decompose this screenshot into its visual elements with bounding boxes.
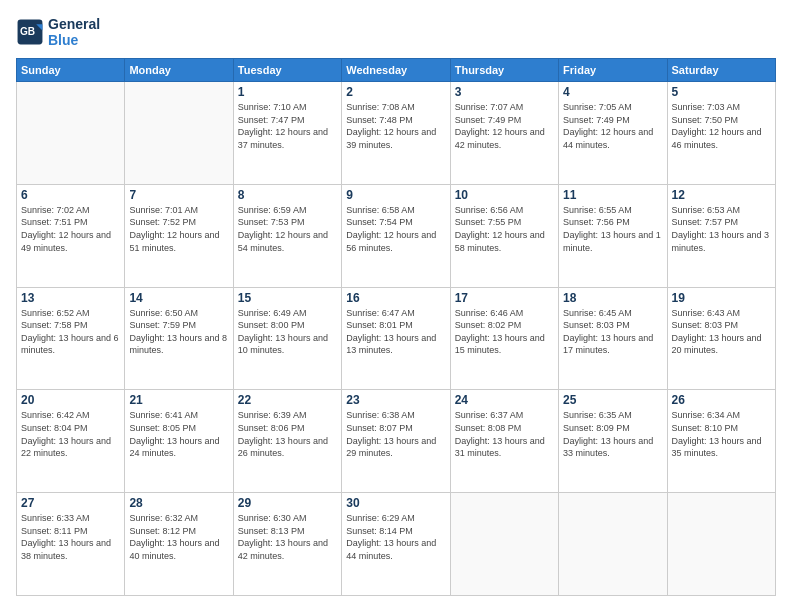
weekday-header-cell: Friday bbox=[559, 59, 667, 82]
day-info: Sunrise: 7:03 AM Sunset: 7:50 PM Dayligh… bbox=[672, 101, 771, 151]
calendar-cell bbox=[17, 82, 125, 185]
day-number: 14 bbox=[129, 291, 228, 305]
logo-text: General Blue bbox=[48, 16, 100, 48]
calendar-cell: 6Sunrise: 7:02 AM Sunset: 7:51 PM Daylig… bbox=[17, 184, 125, 287]
day-number: 30 bbox=[346, 496, 445, 510]
day-number: 25 bbox=[563, 393, 662, 407]
calendar-cell: 2Sunrise: 7:08 AM Sunset: 7:48 PM Daylig… bbox=[342, 82, 450, 185]
calendar-cell: 21Sunrise: 6:41 AM Sunset: 8:05 PM Dayli… bbox=[125, 390, 233, 493]
calendar-cell: 16Sunrise: 6:47 AM Sunset: 8:01 PM Dayli… bbox=[342, 287, 450, 390]
day-number: 12 bbox=[672, 188, 771, 202]
day-number: 18 bbox=[563, 291, 662, 305]
calendar-cell: 14Sunrise: 6:50 AM Sunset: 7:59 PM Dayli… bbox=[125, 287, 233, 390]
page: GB General Blue SundayMondayTuesdayWedne… bbox=[0, 0, 792, 612]
svg-text:GB: GB bbox=[20, 26, 35, 37]
calendar-week-row: 27Sunrise: 6:33 AM Sunset: 8:11 PM Dayli… bbox=[17, 493, 776, 596]
header: GB General Blue bbox=[16, 16, 776, 48]
day-number: 13 bbox=[21, 291, 120, 305]
day-number: 19 bbox=[672, 291, 771, 305]
calendar-cell: 1Sunrise: 7:10 AM Sunset: 7:47 PM Daylig… bbox=[233, 82, 341, 185]
day-info: Sunrise: 6:43 AM Sunset: 8:03 PM Dayligh… bbox=[672, 307, 771, 357]
day-info: Sunrise: 6:58 AM Sunset: 7:54 PM Dayligh… bbox=[346, 204, 445, 254]
day-info: Sunrise: 6:46 AM Sunset: 8:02 PM Dayligh… bbox=[455, 307, 554, 357]
calendar-cell: 9Sunrise: 6:58 AM Sunset: 7:54 PM Daylig… bbox=[342, 184, 450, 287]
day-info: Sunrise: 7:08 AM Sunset: 7:48 PM Dayligh… bbox=[346, 101, 445, 151]
calendar-cell: 17Sunrise: 6:46 AM Sunset: 8:02 PM Dayli… bbox=[450, 287, 558, 390]
day-info: Sunrise: 6:59 AM Sunset: 7:53 PM Dayligh… bbox=[238, 204, 337, 254]
day-number: 10 bbox=[455, 188, 554, 202]
day-number: 17 bbox=[455, 291, 554, 305]
weekday-header-cell: Monday bbox=[125, 59, 233, 82]
logo-icon: GB bbox=[16, 18, 44, 46]
day-info: Sunrise: 6:49 AM Sunset: 8:00 PM Dayligh… bbox=[238, 307, 337, 357]
calendar-cell: 30Sunrise: 6:29 AM Sunset: 8:14 PM Dayli… bbox=[342, 493, 450, 596]
day-info: Sunrise: 6:34 AM Sunset: 8:10 PM Dayligh… bbox=[672, 409, 771, 459]
day-number: 22 bbox=[238, 393, 337, 407]
calendar-cell: 27Sunrise: 6:33 AM Sunset: 8:11 PM Dayli… bbox=[17, 493, 125, 596]
day-number: 2 bbox=[346, 85, 445, 99]
calendar-week-row: 1Sunrise: 7:10 AM Sunset: 7:47 PM Daylig… bbox=[17, 82, 776, 185]
day-number: 15 bbox=[238, 291, 337, 305]
day-info: Sunrise: 7:02 AM Sunset: 7:51 PM Dayligh… bbox=[21, 204, 120, 254]
day-number: 9 bbox=[346, 188, 445, 202]
calendar-cell: 19Sunrise: 6:43 AM Sunset: 8:03 PM Dayli… bbox=[667, 287, 775, 390]
day-number: 16 bbox=[346, 291, 445, 305]
day-info: Sunrise: 6:45 AM Sunset: 8:03 PM Dayligh… bbox=[563, 307, 662, 357]
day-info: Sunrise: 6:47 AM Sunset: 8:01 PM Dayligh… bbox=[346, 307, 445, 357]
day-info: Sunrise: 7:10 AM Sunset: 7:47 PM Dayligh… bbox=[238, 101, 337, 151]
calendar-cell: 11Sunrise: 6:55 AM Sunset: 7:56 PM Dayli… bbox=[559, 184, 667, 287]
calendar-cell bbox=[559, 493, 667, 596]
day-number: 11 bbox=[563, 188, 662, 202]
calendar-cell: 7Sunrise: 7:01 AM Sunset: 7:52 PM Daylig… bbox=[125, 184, 233, 287]
calendar-cell: 22Sunrise: 6:39 AM Sunset: 8:06 PM Dayli… bbox=[233, 390, 341, 493]
day-info: Sunrise: 6:53 AM Sunset: 7:57 PM Dayligh… bbox=[672, 204, 771, 254]
calendar-cell: 4Sunrise: 7:05 AM Sunset: 7:49 PM Daylig… bbox=[559, 82, 667, 185]
day-info: Sunrise: 7:01 AM Sunset: 7:52 PM Dayligh… bbox=[129, 204, 228, 254]
calendar-cell: 23Sunrise: 6:38 AM Sunset: 8:07 PM Dayli… bbox=[342, 390, 450, 493]
day-number: 3 bbox=[455, 85, 554, 99]
day-info: Sunrise: 6:55 AM Sunset: 7:56 PM Dayligh… bbox=[563, 204, 662, 254]
day-number: 5 bbox=[672, 85, 771, 99]
calendar-cell: 29Sunrise: 6:30 AM Sunset: 8:13 PM Dayli… bbox=[233, 493, 341, 596]
calendar-week-row: 13Sunrise: 6:52 AM Sunset: 7:58 PM Dayli… bbox=[17, 287, 776, 390]
day-number: 29 bbox=[238, 496, 337, 510]
calendar-cell: 28Sunrise: 6:32 AM Sunset: 8:12 PM Dayli… bbox=[125, 493, 233, 596]
day-info: Sunrise: 6:32 AM Sunset: 8:12 PM Dayligh… bbox=[129, 512, 228, 562]
day-info: Sunrise: 6:37 AM Sunset: 8:08 PM Dayligh… bbox=[455, 409, 554, 459]
day-number: 6 bbox=[21, 188, 120, 202]
calendar-cell bbox=[667, 493, 775, 596]
logo: GB General Blue bbox=[16, 16, 100, 48]
day-number: 28 bbox=[129, 496, 228, 510]
day-number: 21 bbox=[129, 393, 228, 407]
day-info: Sunrise: 6:41 AM Sunset: 8:05 PM Dayligh… bbox=[129, 409, 228, 459]
calendar-cell: 10Sunrise: 6:56 AM Sunset: 7:55 PM Dayli… bbox=[450, 184, 558, 287]
day-number: 23 bbox=[346, 393, 445, 407]
calendar-cell bbox=[125, 82, 233, 185]
calendar-week-row: 20Sunrise: 6:42 AM Sunset: 8:04 PM Dayli… bbox=[17, 390, 776, 493]
day-info: Sunrise: 6:56 AM Sunset: 7:55 PM Dayligh… bbox=[455, 204, 554, 254]
day-info: Sunrise: 6:52 AM Sunset: 7:58 PM Dayligh… bbox=[21, 307, 120, 357]
weekday-header-cell: Saturday bbox=[667, 59, 775, 82]
calendar-cell: 26Sunrise: 6:34 AM Sunset: 8:10 PM Dayli… bbox=[667, 390, 775, 493]
calendar-body: 1Sunrise: 7:10 AM Sunset: 7:47 PM Daylig… bbox=[17, 82, 776, 596]
weekday-header-cell: Wednesday bbox=[342, 59, 450, 82]
day-number: 4 bbox=[563, 85, 662, 99]
day-info: Sunrise: 6:29 AM Sunset: 8:14 PM Dayligh… bbox=[346, 512, 445, 562]
calendar-cell: 5Sunrise: 7:03 AM Sunset: 7:50 PM Daylig… bbox=[667, 82, 775, 185]
day-number: 20 bbox=[21, 393, 120, 407]
calendar-cell: 24Sunrise: 6:37 AM Sunset: 8:08 PM Dayli… bbox=[450, 390, 558, 493]
calendar-cell: 18Sunrise: 6:45 AM Sunset: 8:03 PM Dayli… bbox=[559, 287, 667, 390]
weekday-header-cell: Sunday bbox=[17, 59, 125, 82]
day-number: 24 bbox=[455, 393, 554, 407]
weekday-header-cell: Tuesday bbox=[233, 59, 341, 82]
day-info: Sunrise: 7:05 AM Sunset: 7:49 PM Dayligh… bbox=[563, 101, 662, 151]
day-info: Sunrise: 7:07 AM Sunset: 7:49 PM Dayligh… bbox=[455, 101, 554, 151]
day-info: Sunrise: 6:42 AM Sunset: 8:04 PM Dayligh… bbox=[21, 409, 120, 459]
calendar-cell: 20Sunrise: 6:42 AM Sunset: 8:04 PM Dayli… bbox=[17, 390, 125, 493]
day-info: Sunrise: 6:38 AM Sunset: 8:07 PM Dayligh… bbox=[346, 409, 445, 459]
calendar-table: SundayMondayTuesdayWednesdayThursdayFrid… bbox=[16, 58, 776, 596]
day-info: Sunrise: 6:50 AM Sunset: 7:59 PM Dayligh… bbox=[129, 307, 228, 357]
calendar-cell: 25Sunrise: 6:35 AM Sunset: 8:09 PM Dayli… bbox=[559, 390, 667, 493]
day-number: 27 bbox=[21, 496, 120, 510]
day-info: Sunrise: 6:35 AM Sunset: 8:09 PM Dayligh… bbox=[563, 409, 662, 459]
